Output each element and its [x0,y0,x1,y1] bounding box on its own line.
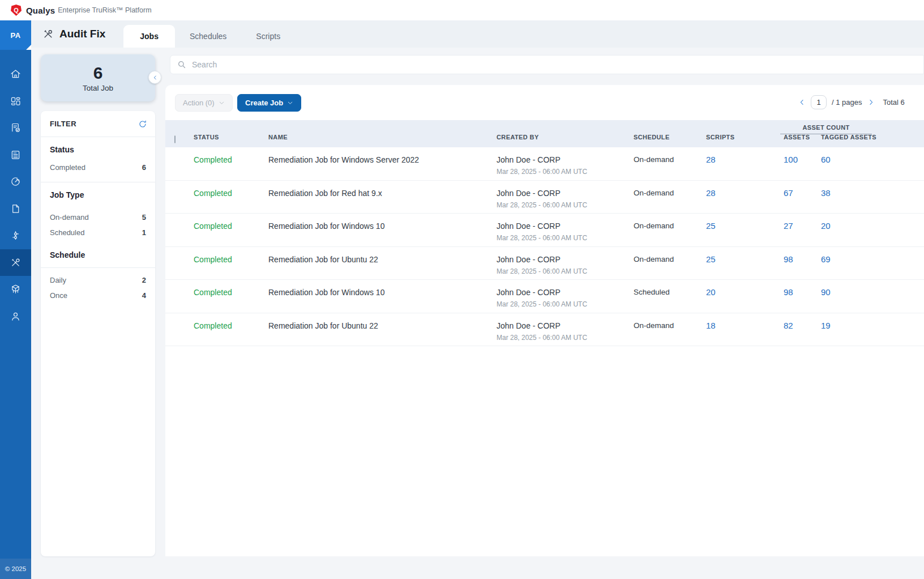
created-at: Mar 28, 2025 - 06:00 AM UTC [497,267,634,275]
status-badge: Completed [194,313,268,346]
tagged-assets-count-link[interactable]: 69 [821,247,912,280]
workflow-icon [10,229,22,241]
chevron-left-icon [152,75,158,80]
created-by-cell: John Doe - CORP Mar 28, 2025 - 06:00 AM … [497,214,634,246]
filter-item-scheduled[interactable]: Scheduled 1 [41,225,155,240]
tagged-assets-count-link[interactable]: 20 [821,214,912,246]
scripts-count-link[interactable]: 20 [706,280,784,313]
column-header-scripts: SCRIPTS [706,134,784,147]
filter-panel: FILTER Status Completed 6 Job Type On-de… [41,111,155,556]
search-icon [177,59,187,70]
create-job-button[interactable]: Create Job [237,94,301,112]
job-name-link[interactable]: Remediation Job for Ubuntu 22 [268,313,497,346]
qualys-logo-icon: Q [11,5,22,16]
brand-suffix: Enterprise TruRisk™ Platform [58,6,151,14]
top-brand-bar: Q Qualys Enterprise TruRisk™ Platform [0,0,924,20]
tab-jobs[interactable]: Jobs [123,25,175,48]
scripts-count-link[interactable]: 25 [706,214,784,246]
total-label: Total 6 [883,98,905,107]
table-row: Completed Remediation Job for Ubuntu 22 … [165,313,924,347]
chevron-down-icon [219,100,225,106]
filter-item-completed[interactable]: Completed 6 [41,160,155,175]
tab-scripts[interactable]: Scripts [241,25,295,48]
sidebar-item-audit-fix[interactable] [0,249,31,276]
page-title: Audit Fix [59,28,105,40]
tagged-assets-count-link[interactable]: 19 [821,313,912,346]
assets-count-link[interactable]: 98 [784,247,821,280]
created-at: Mar 28, 2025 - 06:00 AM UTC [497,234,634,242]
page-number-input[interactable]: 1 [811,95,827,109]
sidebar-item-files[interactable] [0,195,31,223]
tagged-assets-count-link[interactable]: 60 [821,147,912,180]
assets-count-link[interactable]: 100 [784,147,821,180]
filter-refresh-button[interactable] [138,120,147,129]
next-page-button[interactable] [867,99,875,106]
select-all-checkbox[interactable] [174,135,176,143]
filter-section-job-type: Job Type On-demand 5 Scheduled 1 [41,182,155,242]
assets-count-link[interactable]: 82 [784,313,821,346]
sidebar-item-dashboard[interactable] [0,88,31,115]
assets-count-link[interactable]: 98 [784,280,821,313]
filter-section-title: Status [41,145,155,154]
tab-schedules[interactable]: Schedules [175,25,241,48]
tab-bar: Jobs Schedules Scripts [123,20,295,48]
scripts-count-link[interactable]: 18 [706,313,784,346]
job-name-link[interactable]: Remediation Job for Windows 10 [268,214,497,246]
filter-item-on-demand[interactable]: On-demand 5 [41,210,155,225]
schedule-cell: On-demand [634,247,706,280]
status-badge: Completed [194,214,268,246]
scripts-count-link[interactable]: 25 [706,247,784,280]
sidebar-item-workflow[interactable] [0,222,31,249]
schedule-cell: On-demand [634,181,706,214]
module-picker-pa[interactable]: PA [0,20,31,50]
sidebar-item-reports[interactable] [0,142,31,169]
collapse-filter-button[interactable] [148,71,161,84]
job-name-link[interactable]: Remediation Job for Windows Server 2022 [268,147,497,180]
sidebar-item-home[interactable] [0,61,31,88]
status-badge: Completed [194,280,268,313]
previous-page-button[interactable] [798,99,806,106]
total-job-count: 6 [93,63,103,82]
sidebar-item-assets[interactable] [0,276,31,303]
report-icon [10,149,22,161]
gauge-icon [10,176,22,188]
content-area: 6 Total Job FILTER Status Completed 6 Jo… [31,48,924,579]
column-group-asset-count: ASSET COUNT [780,124,872,134]
total-job-summary-card[interactable]: 6 Total Job [41,54,155,101]
tools-icon [10,257,22,269]
chevron-right-icon [867,99,875,106]
filter-title: FILTER [50,120,76,128]
audit-fix-tools-icon [42,28,54,40]
filter-count: 4 [142,291,146,300]
home-icon [10,68,22,80]
action-button[interactable]: Action (0) [175,94,233,112]
filter-section-title: Job Type [41,190,155,199]
sidebar-item-users[interactable] [0,303,31,330]
tagged-assets-count-link[interactable]: 90 [821,280,912,313]
assets-count-link[interactable]: 27 [784,214,821,246]
tagged-assets-count-link[interactable]: 38 [821,181,912,214]
filter-section-schedule: Schedule Daily 2 Once 4 [41,242,155,305]
document-check-icon [10,122,22,134]
scripts-count-link[interactable]: 28 [706,147,784,180]
table-row: Completed Remediation Job for Windows 10… [165,280,924,313]
created-by-cell: John Doe - CORP Mar 28, 2025 - 06:00 AM … [497,247,634,280]
created-at: Mar 28, 2025 - 06:00 AM UTC [497,334,634,342]
scripts-count-link[interactable]: 28 [706,181,784,214]
created-by-cell: John Doe - CORP Mar 28, 2025 - 06:00 AM … [497,280,634,313]
refresh-icon [138,120,147,129]
job-name-link[interactable]: Remediation Job for Red hat 9.x [268,181,497,214]
sidebar-item-compliance[interactable] [0,114,31,142]
assets-count-link[interactable]: 67 [784,181,821,214]
filter-section-status: Status Completed 6 [41,137,155,182]
sidebar-item-gauge[interactable] [0,168,31,195]
status-badge: Completed [194,247,268,280]
search-input[interactable] [192,60,532,69]
column-header-assets: ASSETS [784,134,821,147]
dashboard-icon [10,95,22,107]
job-name-link[interactable]: Remediation Job for Windows 10 [268,280,497,313]
filter-item-daily[interactable]: Daily 2 [41,273,155,288]
jobs-panel: Action (0) Create Job 1 / 1 pages [165,85,924,556]
filter-item-once[interactable]: Once 4 [41,288,155,303]
job-name-link[interactable]: Remediation Job for Ubuntu 22 [268,247,497,280]
